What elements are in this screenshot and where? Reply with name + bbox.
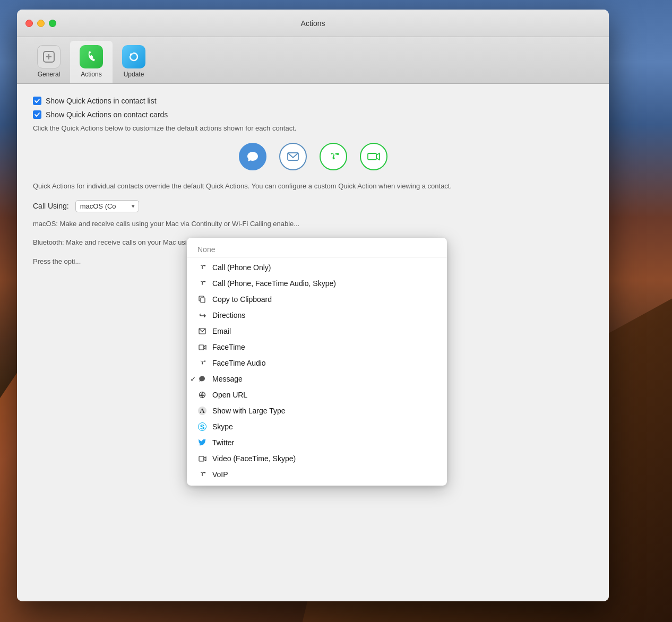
checkbox-contact-list[interactable]	[33, 97, 41, 105]
general-tab-label: General	[38, 71, 61, 78]
dropdown-item-call-phone-only[interactable]: Call (Phone Only)	[187, 260, 447, 275]
dropdown-item-voip[interactable]: VoIP	[187, 466, 447, 482]
svg-marker-7	[376, 153, 380, 160]
checkbox-contact-cards[interactable]	[33, 110, 41, 119]
phone-icon	[197, 263, 207, 272]
content-area: Show Quick Actions in contact list Show …	[17, 84, 609, 601]
dropdown-item-label: Show with Large Type	[212, 407, 286, 415]
dropdown-none-label: None	[197, 245, 215, 254]
update-tab-label: Update	[124, 71, 144, 78]
message-icon	[197, 374, 207, 384]
general-tab-icon	[37, 45, 61, 68]
directions-icon: ↪	[197, 310, 207, 320]
section-text-2: macOS: Make and receive calls using your…	[33, 219, 593, 229]
tab-general[interactable]: General	[28, 41, 70, 83]
dropdown-item-message[interactable]: ✓ Message	[187, 371, 447, 387]
call-using-label: Call Using:	[33, 202, 69, 210]
checkbox-label-2: Show Quick Actions on contact cards	[46, 110, 168, 119]
voip-icon	[197, 470, 207, 479]
checkbox-label-1: Show Quick Actions in contact list	[46, 97, 157, 105]
close-button[interactable]	[25, 20, 33, 27]
dropdown-item-label: FaceTime Audio	[212, 359, 266, 367]
qa-facetime-button[interactable]	[360, 143, 387, 170]
dropdown-item-directions[interactable]: ↪ Directions	[187, 307, 447, 323]
qa-message-button[interactable]	[239, 143, 266, 170]
section-text-1: Quick Actions for individual contacts ov…	[33, 181, 593, 192]
update-tab-icon	[122, 45, 145, 68]
dropdown-item-label: Email	[212, 327, 231, 335]
dropdown-item-skype[interactable]: S Skype	[187, 419, 447, 435]
facetime-icon	[197, 342, 207, 352]
call-using-row: Call Using: macOS (Co ▼	[33, 200, 593, 212]
svg-rect-6	[368, 153, 376, 160]
dropdown-item-call-all[interactable]: Call (Phone, FaceTime Audio, Skype)	[187, 275, 447, 291]
dropdown-item-label: FaceTime	[212, 343, 245, 351]
svg-marker-4	[130, 53, 134, 57]
qa-call-button[interactable]	[320, 143, 347, 170]
dropdown-item-label: Twitter	[212, 438, 234, 447]
copy-icon	[197, 295, 207, 304]
dropdown-item-facetime-audio[interactable]: FaceTime Audio	[187, 355, 447, 371]
dropdown-item-video[interactable]: Video (FaceTime, Skype)	[187, 451, 447, 466]
quick-actions-row	[33, 143, 593, 170]
largetype-icon: A	[197, 406, 207, 416]
skype-icon: S	[197, 422, 207, 431]
toolbar: General Actions Update	[17, 37, 609, 84]
app-window: Actions General Actions	[17, 10, 609, 601]
dropdown-none: None	[187, 241, 447, 257]
dropdown-item-twitter[interactable]: Twitter	[187, 435, 447, 451]
qa-email-button[interactable]	[279, 143, 307, 170]
dropdown-item-facetime[interactable]: FaceTime	[187, 339, 447, 355]
twitter-icon	[197, 438, 207, 447]
dropdown-item-label: Skype	[212, 422, 233, 431]
dropdown-item-label: Directions	[212, 311, 245, 319]
tab-actions[interactable]: Actions	[70, 41, 113, 83]
svg-marker-11	[204, 345, 206, 349]
actions-tab-icon	[80, 45, 103, 68]
dropdown-item-copy[interactable]: Copy to Clipboard	[187, 291, 447, 307]
dropdown-item-email[interactable]: Email	[187, 323, 447, 339]
dropdown-item-label: Call (Phone, FaceTime Audio, Skype)	[212, 279, 336, 288]
phone-icon-2	[197, 279, 207, 288]
svg-marker-14	[204, 457, 206, 461]
email-icon	[197, 326, 207, 336]
dropdown-item-largetype[interactable]: A Show with Large Type	[187, 403, 447, 419]
maximize-button[interactable]	[49, 20, 56, 27]
actions-tab-label: Actions	[81, 71, 101, 78]
tab-update[interactable]: Update	[113, 41, 155, 83]
dropdown-item-openurl[interactable]: Open URL	[187, 387, 447, 403]
dropdown-item-label: VoIP	[212, 470, 228, 479]
dropdown-menu: None Call (Phone Only) Call (Phone	[187, 238, 447, 486]
dropdown-item-label: Video (FaceTime, Skype)	[212, 454, 296, 463]
description-text: Click the Quick Actions below to customi…	[33, 124, 593, 132]
call-using-select[interactable]: macOS (Co	[75, 200, 139, 212]
dropdown-item-label: Call (Phone Only)	[212, 263, 271, 272]
minimize-button[interactable]	[37, 20, 45, 27]
openurl-icon	[197, 390, 207, 400]
titlebar: Actions	[17, 10, 609, 37]
svg-rect-8	[201, 298, 205, 303]
svg-rect-13	[199, 456, 204, 461]
window-title: Actions	[301, 19, 325, 28]
phone-icon-3	[197, 358, 207, 368]
checkbox-row-2: Show Quick Actions on contact cards	[33, 110, 593, 119]
svg-point-12	[200, 392, 205, 398]
dropdown-item-label: Open URL	[212, 391, 247, 399]
svg-rect-10	[199, 345, 204, 350]
traffic-lights	[25, 20, 56, 27]
dropdown-item-label: Message	[212, 375, 243, 383]
video-icon	[197, 454, 207, 463]
check-mark-icon: ✓	[190, 375, 196, 383]
dropdown-item-label: Copy to Clipboard	[212, 295, 272, 304]
checkbox-row-1: Show Quick Actions in contact list	[33, 97, 593, 105]
